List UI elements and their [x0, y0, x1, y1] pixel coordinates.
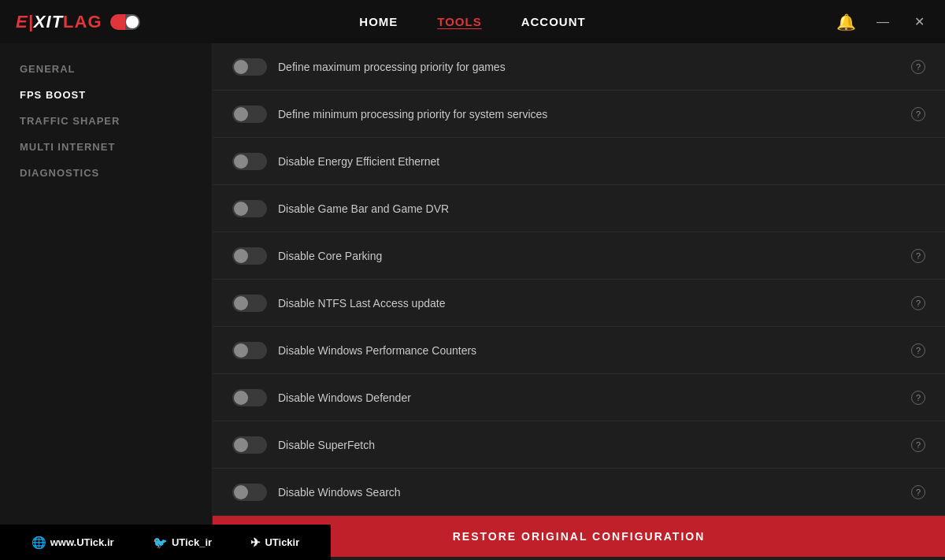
label-disable-defender: Disable Windows Defender: [278, 391, 900, 404]
setting-row-disable-core-parking: Disable Core Parking?: [213, 232, 945, 280]
toggle-disable-eee[interactable]: [232, 153, 267, 170]
label-disable-eee: Disable Energy Efficient Ethernet: [278, 155, 925, 168]
setting-row-min-priority-services: Define minimum processing priority for s…: [213, 91, 945, 138]
label-disable-ntfs: Disable NTFS Last Access update: [278, 297, 900, 310]
setting-row-disable-game-bar: Disable Game Bar and Game DVR: [213, 185, 945, 232]
watermark-twitter: 🐦 UTick_ir: [153, 536, 212, 550]
help-icon-disable-defender[interactable]: ?: [911, 391, 925, 405]
nav-account[interactable]: ACCOUNT: [521, 15, 586, 28]
window-controls: 🔔 — ✕: [836, 13, 929, 32]
web-icon: 🌐: [32, 536, 46, 550]
help-icon-min-priority-services[interactable]: ?: [911, 107, 925, 121]
setting-row-disable-defender: Disable Windows Defender?: [213, 374, 945, 421]
main-layout: GENERAL FPS BOOST TRAFFIC SHAPER MULTI I…: [0, 43, 945, 560]
toggle-disable-core-parking[interactable]: [232, 247, 267, 265]
label-disable-windows-search: Disable Windows Search: [278, 486, 900, 499]
label-disable-game-bar: Disable Game Bar and Game DVR: [278, 202, 925, 215]
notification-bell-icon[interactable]: 🔔: [836, 13, 856, 32]
main-nav: HOME TOOLS ACCOUNT: [359, 15, 585, 28]
setting-row-disable-ntfs: Disable NTFS Last Access update?: [213, 280, 945, 327]
toggle-disable-ntfs[interactable]: [232, 295, 267, 312]
watermark-bar: 🌐 www.UTick.ir 🐦 UTick_ir ✈ UTickir: [0, 525, 331, 560]
telegram-icon: ✈: [250, 536, 261, 550]
help-icon-disable-superfetch[interactable]: ?: [911, 438, 925, 452]
watermark-web: 🌐 www.UTick.ir: [32, 536, 114, 550]
watermark-telegram: ✈ UTickir: [250, 536, 299, 550]
nav-home[interactable]: HOME: [359, 15, 398, 28]
nav-tools[interactable]: TOOLS: [437, 15, 481, 28]
sidebar-item-traffic-shaper[interactable]: TRAFFIC SHAPER: [20, 115, 212, 127]
logo-area: E|XITLAG: [16, 12, 140, 32]
help-icon-disable-core-parking[interactable]: ?: [911, 249, 925, 263]
logo: E|XITLAG: [16, 12, 102, 32]
setting-row-disable-eee: Disable Energy Efficient Ethernet: [213, 138, 945, 185]
toggle-disable-game-bar[interactable]: [232, 200, 267, 217]
toggle-min-priority-services[interactable]: [232, 106, 267, 123]
sidebar-item-general[interactable]: GENERAL: [20, 63, 212, 75]
sidebar-item-multi-internet[interactable]: MULTI INTERNET: [20, 141, 212, 153]
content-area: Define maximum processing priority for g…: [213, 43, 945, 560]
label-min-priority-services: Define minimum processing priority for s…: [278, 108, 900, 121]
toggle-disable-superfetch[interactable]: [232, 436, 267, 454]
setting-row-max-priority-games: Define maximum processing priority for g…: [213, 43, 945, 91]
app-power-toggle[interactable]: [110, 14, 140, 30]
toggle-max-priority-games[interactable]: [232, 58, 267, 76]
help-icon-disable-windows-search[interactable]: ?: [911, 485, 925, 499]
label-max-priority-games: Define maximum processing priority for g…: [278, 61, 900, 73]
label-disable-core-parking: Disable Core Parking: [278, 250, 900, 262]
help-icon-max-priority-games[interactable]: ?: [911, 60, 925, 74]
label-disable-superfetch: Disable SuperFetch: [278, 439, 900, 451]
help-icon-disable-ntfs[interactable]: ?: [911, 296, 925, 310]
help-icon-disable-perf-counters[interactable]: ?: [911, 343, 925, 358]
sidebar-item-fps-boost[interactable]: FPS BOOST: [20, 89, 212, 101]
close-button[interactable]: ✕: [910, 13, 929, 31]
sidebar-item-diagnostics[interactable]: DIAGNOSTICS: [20, 167, 212, 179]
setting-row-disable-superfetch: Disable SuperFetch?: [213, 421, 945, 469]
sidebar: GENERAL FPS BOOST TRAFFIC SHAPER MULTI I…: [0, 43, 213, 560]
twitter-icon: 🐦: [153, 536, 168, 550]
minimize-button[interactable]: —: [872, 13, 894, 31]
toggle-disable-windows-search[interactable]: [232, 484, 267, 501]
titlebar: E|XITLAG HOME TOOLS ACCOUNT 🔔 — ✕: [0, 0, 945, 43]
toggle-disable-perf-counters[interactable]: [232, 342, 267, 359]
setting-row-disable-windows-search: Disable Windows Search?: [213, 469, 945, 516]
toggle-disable-defender[interactable]: [232, 389, 267, 406]
setting-row-disable-perf-counters: Disable Windows Performance Counters?: [213, 327, 945, 374]
label-disable-perf-counters: Disable Windows Performance Counters: [278, 344, 900, 357]
settings-list: Define maximum processing priority for g…: [213, 43, 945, 516]
